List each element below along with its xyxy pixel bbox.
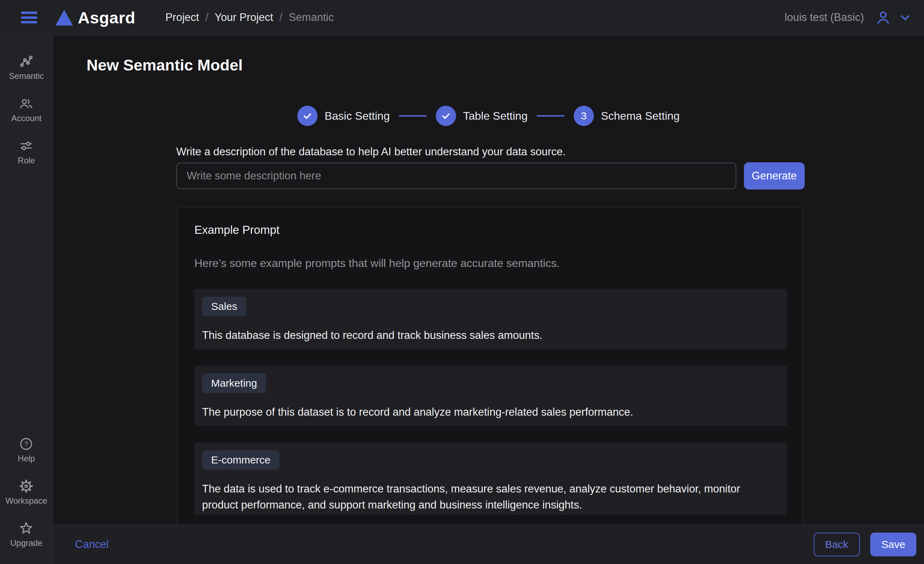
step-basic-setting[interactable]: Basic Setting [297, 106, 390, 126]
sidebar-item-upgrade[interactable]: Upgrade [6, 521, 48, 548]
step-label: Basic Setting [324, 110, 390, 123]
example-prompt-card: Example Prompt Here’s some example promp… [177, 207, 803, 564]
step-connector [399, 115, 427, 117]
back-button[interactable]: Back [814, 532, 860, 556]
page-title: New Semantic Model [87, 56, 243, 74]
breadcrumb-semantic: Semantic [289, 11, 334, 24]
example-item-marketing[interactable]: Marketing The purpose of this dataset is… [194, 366, 787, 426]
description-input[interactable] [176, 163, 736, 189]
breadcrumb-your-project[interactable]: Your Project [214, 11, 273, 24]
step-indicator-completed [297, 106, 318, 126]
cancel-link[interactable]: Cancel [75, 538, 109, 551]
sidebar-item-label: Semantic [9, 71, 44, 81]
example-item-sales[interactable]: Sales This database is designed to recor… [194, 289, 787, 349]
sidebar-item-label: Upgrade [10, 538, 42, 548]
example-description: The purpose of this dataset is to record… [202, 404, 778, 420]
chevron-down-icon[interactable] [899, 11, 912, 24]
breadcrumb-project[interactable]: Project [165, 11, 199, 24]
sidebar-top-group: Semantic Account Role [9, 54, 44, 165]
topbar: Asgard Project / Your Project / Semantic… [0, 0, 924, 35]
sidebar-bottom-group: ? Help Workspace [6, 436, 48, 548]
logo-triangle-icon [56, 10, 73, 26]
user-name-label: louis test (Basic) [785, 11, 864, 24]
example-description: This database is designed to record and … [202, 327, 778, 344]
gear-icon [19, 479, 33, 494]
star-icon [19, 521, 33, 536]
example-item-ecommerce[interactable]: E-commerce The data is used to track e-c… [194, 442, 787, 515]
step-label: Table Setting [463, 110, 528, 123]
example-description: The data is used to track e-commerce tra… [202, 481, 778, 513]
step-table-setting[interactable]: Table Setting [436, 106, 528, 126]
check-icon [302, 110, 313, 122]
generate-button[interactable]: Generate [744, 162, 805, 189]
description-helper-text: Write a description of the database to h… [176, 146, 566, 158]
stepper: Basic Setting Table Setting 3 Schema Set… [53, 106, 924, 126]
example-tag: Sales [202, 297, 246, 316]
brand-title: Asgard [78, 8, 135, 27]
step-label: Schema Setting [601, 110, 680, 123]
sidebar-item-label: Workspace [6, 496, 48, 506]
svg-text:?: ? [24, 440, 28, 448]
sidebar-item-role[interactable]: Role [9, 138, 44, 165]
step-indicator-number: 3 [574, 106, 594, 126]
account-people-icon [19, 96, 33, 111]
step-schema-setting[interactable]: 3 Schema Setting [574, 106, 680, 126]
app-root: Asgard Project / Your Project / Semantic… [0, 0, 924, 564]
example-tag: E-commerce [202, 450, 279, 470]
sidebar-item-semantic[interactable]: Semantic [9, 54, 44, 81]
example-card-subtitle: Here’s some example prompts that will he… [194, 257, 560, 270]
step-indicator-completed [436, 106, 456, 126]
breadcrumb-separator: / [279, 11, 283, 24]
role-sliders-icon [19, 138, 33, 153]
sidebar-item-help[interactable]: ? Help [6, 436, 48, 464]
example-tag: Marketing [202, 374, 266, 393]
breadcrumb: Project / Your Project / Semantic [165, 11, 334, 24]
step-connector [537, 115, 565, 117]
description-input-row: Generate [176, 162, 805, 189]
menu-icon[interactable] [21, 12, 38, 23]
user-area[interactable]: louis test (Basic) [785, 9, 924, 26]
footer-action-bar: Cancel Back Save [53, 525, 924, 564]
check-icon [440, 110, 452, 122]
main-content: New Semantic Model Basic Setting Table S… [53, 35, 924, 564]
help-icon: ? [19, 436, 33, 451]
sidebar-item-label: Help [18, 454, 35, 464]
sidebar-item-label: Role [18, 156, 35, 165]
sidebar-item-account[interactable]: Account [9, 96, 44, 123]
sidebar-item-workspace[interactable]: Workspace [6, 479, 48, 506]
save-button[interactable]: Save [870, 532, 916, 556]
semantic-graph-icon [19, 54, 33, 69]
example-card-title: Example Prompt [194, 224, 279, 237]
sidebar-item-label: Account [11, 113, 42, 123]
user-avatar-icon[interactable] [875, 9, 891, 26]
sidebar: Semantic Account Role [0, 35, 53, 564]
breadcrumb-separator: / [205, 11, 208, 24]
